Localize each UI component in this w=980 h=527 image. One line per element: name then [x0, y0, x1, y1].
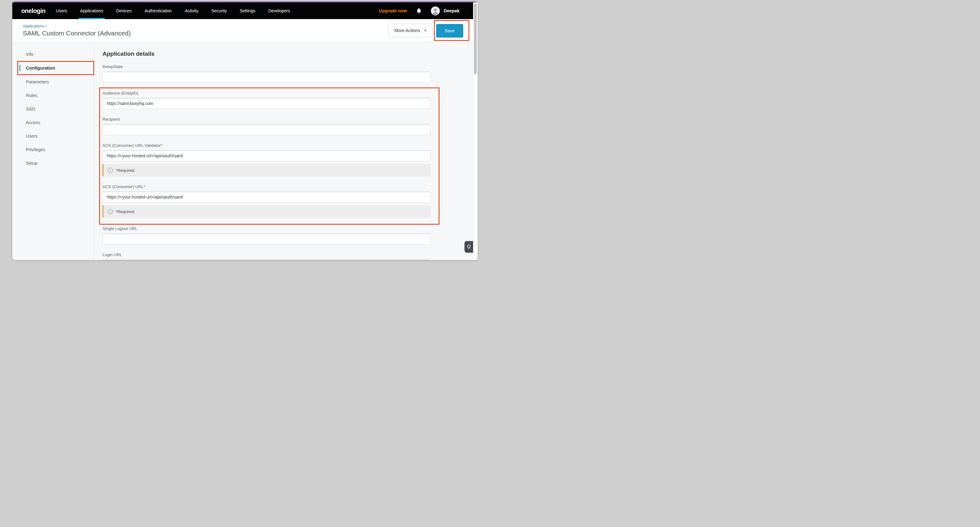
upgrade-now-link[interactable]: Upgrade now [379, 8, 407, 13]
sidebar-item-sso[interactable]: SSO [12, 102, 94, 116]
nav-menu: Users Applications Devices Authenticatio… [49, 2, 297, 19]
nav-item-applications[interactable]: Applications [79, 2, 105, 19]
relaystate-label: RelayState [102, 64, 431, 69]
info-circle-icon: i [108, 168, 113, 173]
field-acs-url: ACS (Consumer) URL* i *Required [102, 185, 431, 218]
breadcrumb[interactable]: Applications / [23, 24, 131, 28]
username-label: Deepak [444, 8, 460, 13]
acs-url-input[interactable] [102, 191, 431, 202]
sidebar-item-parameters[interactable]: Parameters [12, 75, 94, 89]
lightbulb-icon [467, 244, 471, 250]
annotation-box-configuration: Configuration [17, 61, 94, 75]
more-actions-button[interactable]: More Actions ▼ [388, 24, 433, 37]
field-audience: Audience (EntityID) [102, 91, 431, 109]
field-recipient: Recipient [102, 117, 431, 135]
sidebar-item-users[interactable]: Users [12, 129, 94, 143]
page-header: Applications / SAML Custom Connector (Ad… [12, 19, 473, 42]
single-logout-url-label: Single Logout URL [102, 226, 431, 231]
field-relaystate: RelayState [102, 64, 431, 83]
configuration-panel: Application details RelayState Audience … [94, 42, 473, 260]
top-navbar: onelogin Users Applications Devices Auth… [12, 2, 473, 19]
window-scrollbar[interactable] [473, 2, 478, 260]
app-sidebar: Info Configuration Parameters Rules SSO … [12, 42, 94, 260]
acs-url-validator-note: i *Required. [102, 164, 431, 177]
field-acs-url-validator: ACS (Consumer) URL Validator* i *Require… [102, 143, 431, 177]
field-single-logout-url: Single Logout URL [102, 226, 431, 244]
nav-item-developers[interactable]: Developers [267, 2, 291, 19]
annotation-box-save: Save [434, 20, 469, 41]
active-tab-indicator [19, 65, 20, 71]
page-title: SAML Custom Connector (Advanced) [23, 30, 131, 37]
recipient-label: Recipient [102, 117, 431, 122]
scrollbar-thumb[interactable] [474, 3, 477, 74]
bell-icon[interactable] [416, 8, 422, 14]
acs-url-label: ACS (Consumer) URL* [102, 185, 431, 189]
nav-item-security[interactable]: Security [210, 2, 228, 19]
required-note-text: *Required [116, 209, 134, 214]
annotation-box-saml-fields: Audience (EntityID) Recipient ACS (Consu… [99, 88, 439, 225]
required-note-text: *Required. [116, 168, 135, 173]
user-menu[interactable]: Deepak [431, 6, 460, 15]
acs-url-validator-label: ACS (Consumer) URL Validator* [102, 143, 431, 148]
login-url-input[interactable] [102, 260, 431, 260]
sidebar-item-configuration[interactable]: Configuration [26, 65, 55, 70]
more-actions-label: More Actions [394, 28, 420, 33]
acs-url-validator-input[interactable] [102, 150, 431, 161]
sidebar-item-setup[interactable]: Setup [12, 156, 94, 170]
nav-item-users[interactable]: Users [55, 2, 68, 19]
lightbulb-button[interactable] [465, 241, 473, 253]
audience-input[interactable] [102, 98, 431, 109]
recipient-input[interactable] [102, 124, 431, 135]
browser-window: onelogin Users Applications Devices Auth… [12, 2, 478, 260]
info-circle-icon: i [108, 209, 113, 214]
nav-item-settings[interactable]: Settings [239, 2, 257, 19]
sidebar-item-rules[interactable]: Rules [12, 89, 94, 102]
relaystate-input[interactable] [102, 72, 431, 83]
login-url-label: Login URL [102, 252, 431, 257]
nav-item-devices[interactable]: Devices [115, 2, 133, 19]
field-login-url: Login URL [102, 252, 431, 260]
nav-item-authentication[interactable]: Authentication [143, 2, 173, 19]
section-heading: Application details [102, 51, 473, 57]
nav-item-activity[interactable]: Activity [183, 2, 199, 19]
caret-down-icon: ▼ [424, 29, 426, 32]
save-button[interactable]: Save [436, 24, 463, 38]
avatar [431, 6, 440, 15]
sidebar-item-privileges[interactable]: Privileges [12, 143, 94, 156]
sidebar-item-access[interactable]: Access [12, 116, 94, 129]
acs-url-note: i *Required [102, 205, 431, 218]
sidebar-item-info[interactable]: Info [12, 48, 94, 61]
onelogin-logo[interactable]: onelogin [21, 7, 46, 14]
audience-label: Audience (EntityID) [102, 91, 431, 96]
single-logout-url-input[interactable] [102, 233, 431, 244]
